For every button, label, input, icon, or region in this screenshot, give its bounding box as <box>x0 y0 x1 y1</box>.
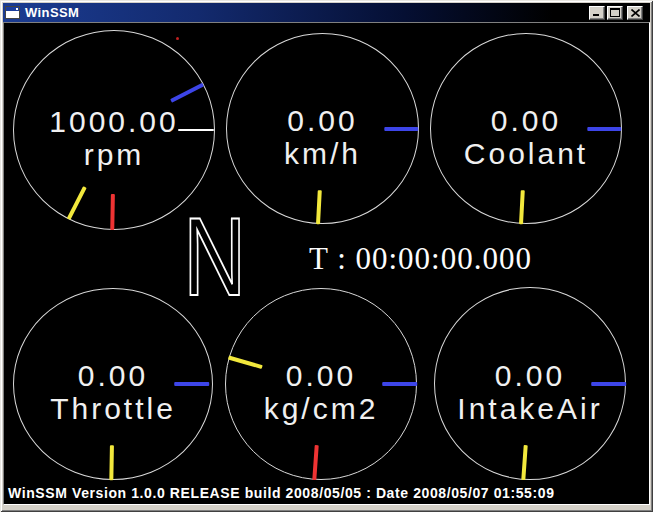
gauge-intakeair-readout: 0.00 IntakeAir <box>434 359 626 425</box>
titlebar-buttons <box>587 6 643 20</box>
gauge-value: 0.00 <box>434 359 626 392</box>
max-marker-tick <box>591 382 626 386</box>
minimize-icon <box>592 8 602 17</box>
gauge-value: 0.00 <box>430 104 622 137</box>
gauge-intakeair: 0.00 IntakeAir <box>434 287 626 480</box>
max-marker-tick <box>384 127 418 131</box>
titlebar[interactable]: WinSSM <box>3 3 650 22</box>
max-marker-tick <box>174 382 209 386</box>
gauge-speed-readout: 0.00 km/h <box>226 104 419 170</box>
gauge-value: 1000.00 <box>13 105 215 138</box>
min-marker-tick <box>109 445 114 480</box>
gauge-label: Throttle <box>13 392 213 425</box>
gauge-label: km/h <box>226 137 419 170</box>
gauge-label: IntakeAir <box>434 392 626 425</box>
gauge-label: Coolant <box>430 137 622 170</box>
window-title: WinSSM <box>25 5 587 20</box>
gauge-boost: 0.00 kg/cm2 <box>225 288 417 480</box>
maximize-button[interactable] <box>607 6 623 20</box>
red-dot-marker <box>176 37 179 40</box>
gauge-rpm: 1000.00 rpm <box>13 30 215 230</box>
gauge-boost-readout: 0.00 kg/cm2 <box>225 359 417 425</box>
gauge-throttle-readout: 0.00 Throttle <box>13 359 213 425</box>
gear-letter: N <box>183 211 246 303</box>
gauge-value: 0.00 <box>13 359 213 392</box>
max-marker-tick <box>382 382 417 386</box>
app-window-icon[interactable] <box>5 6 20 19</box>
gear-position-indicator: N <box>181 211 251 303</box>
app-icon-dot <box>16 8 18 10</box>
zero-marker-tick <box>110 194 115 230</box>
close-button[interactable] <box>627 6 643 20</box>
gauge-speed: 0.00 km/h <box>226 33 419 224</box>
status-bar: WinSSM Version 1.0.0 RELEASE build 2008/… <box>8 485 555 501</box>
winssm-window: WinSSM 1000.00 <box>0 0 653 512</box>
gauge-label: rpm <box>13 138 215 171</box>
gauge-display-area: 1000.00 rpm 0.00 km/h 0.00 Coolant 0.00 … <box>3 22 650 505</box>
gauge-throttle: 0.00 Throttle <box>13 288 213 480</box>
timer-readout: T : 00:00:00.000 <box>309 243 532 275</box>
gauge-label: kg/cm2 <box>225 392 417 425</box>
maximize-icon <box>610 8 620 17</box>
gauge-coolant: 0.00 Coolant <box>430 33 622 224</box>
gauge-value: 0.00 <box>226 104 419 137</box>
gauge-coolant-readout: 0.00 Coolant <box>430 104 622 170</box>
close-icon <box>631 9 640 17</box>
needle-tick <box>178 129 214 131</box>
max-marker-tick <box>587 127 621 131</box>
gauge-rpm-readout: 1000.00 rpm <box>13 105 215 171</box>
minimize-button[interactable] <box>589 6 605 20</box>
